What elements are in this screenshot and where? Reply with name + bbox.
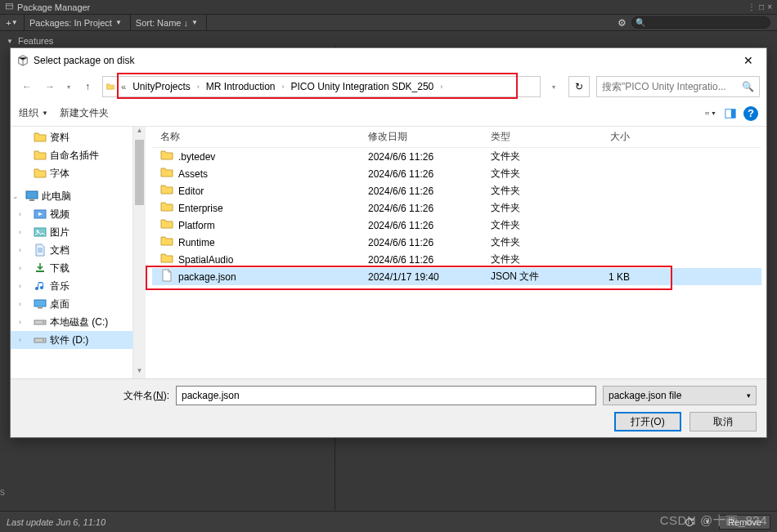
chevron-down-icon: ▾ [747,391,751,400]
file-type: 文件夹 [483,167,581,181]
file-row[interactable]: SpatialAudio2024/6/6 11:26文件夹 [152,251,761,268]
svg-rect-1 [705,112,707,113]
tree-item[interactable]: 资料 [11,128,145,146]
file-date: 2024/6/6 11:26 [360,151,483,163]
search-icon: 🔍 [636,18,645,27]
tree-item[interactable]: ›下载 [11,259,145,277]
folder-icon [160,183,173,199]
pm-search-input[interactable]: 🔍 [631,16,770,29]
chevron-down-icon: ▼ [11,19,18,26]
tree-item[interactable]: ›音乐 [11,277,145,295]
tree-this-pc[interactable]: ⌄ 此电脑 [11,187,145,205]
tree-label: 本地磁盘 (C:) [50,315,108,329]
dialog-body: 资料自命名插件字体 ⌄ 此电脑 ›视频›图片›文档›下载›音乐›桌面›本地磁盘 … [11,127,766,378]
arrow-left-icon: ← [22,81,32,92]
close-button[interactable]: ✕ [730,48,766,73]
new-folder-button[interactable]: 新建文件夹 [60,106,109,120]
address-bar[interactable]: « UnityProjects › MR Introduction › PICO… [102,76,541,97]
file-date: 2024/6/6 11:26 [360,203,483,214]
col-name[interactable]: 名称 [152,130,360,144]
preview-pane-button[interactable] [724,107,737,120]
tree-item[interactable]: ›桌面 [11,295,145,313]
refresh-button[interactable]: ↻ [568,76,590,97]
refresh-icon[interactable] [683,516,696,529]
expander-icon[interactable]: › [19,264,21,272]
dock-icon[interactable]: ⋮ [748,2,756,11]
tree-item[interactable]: 字体 [11,164,145,182]
scroll-thumb[interactable] [135,140,144,205]
videos-icon [34,208,47,221]
add-package-button[interactable]: + ▼ [0,15,25,30]
sort-dropdown[interactable]: Sort: Name ↓ ▼ [131,15,207,30]
expander-icon[interactable]: › [19,228,21,236]
file-type: JSON 文件 [483,270,581,284]
open-button[interactable]: 打开(O) [614,412,681,431]
breadcrumb-seg[interactable]: UnityProjects [129,77,194,96]
expander-icon[interactable]: › [19,336,21,344]
view-options-button[interactable]: ▼ [704,107,717,120]
dock-icon[interactable]: □ [759,2,764,11]
tree-item[interactable]: 自命名插件 [11,146,145,164]
svg-rect-3 [705,114,707,114]
cancel-button[interactable]: 取消 [689,412,757,431]
tree-item[interactable]: ›文档 [11,241,145,259]
file-row[interactable]: .bytedev2024/6/6 11:26文件夹 [152,148,761,165]
tree-item[interactable]: ›图片 [11,223,145,241]
expander-icon[interactable]: › [19,300,21,308]
tree-scrollbar[interactable]: ▲ ▼ [132,127,146,378]
search-input[interactable]: 搜索"PICO Unity Integratio... 🔍 [596,76,760,97]
col-date[interactable]: 修改日期 [360,130,483,144]
file-list: 名称 修改日期 类型 大小 .bytedev2024/6/6 11:26文件夹A… [146,127,766,378]
nav-up-button[interactable]: ↑ [78,77,97,96]
tree-item[interactable]: ›本地磁盘 (C:) [11,313,145,331]
nav-history-button[interactable]: ▾ [63,77,74,96]
address-history-button[interactable]: ▾ [546,83,562,91]
svg-rect-6 [707,114,709,114]
svg-rect-10 [29,199,34,201]
nav-back-button[interactable]: ← [17,77,37,96]
filename-input[interactable] [176,386,596,405]
expander-icon[interactable]: › [19,282,21,290]
organize-dropdown[interactable]: 组织 ▼ [19,106,48,120]
chevron-right-icon[interactable]: › [279,83,288,91]
file-type-filter[interactable]: package.json file ▾ [603,386,757,405]
expander-icon[interactable]: ⌄ [12,192,19,200]
breadcrumb-overflow[interactable]: « [118,82,129,92]
expander-icon[interactable]: › [19,246,21,254]
help-button[interactable]: ? [743,106,758,121]
remove-button[interactable]: Remove [719,515,770,530]
chevron-down-icon[interactable]: ▼ [701,516,714,529]
nav-tree: 资料自命名插件字体 ⌄ 此电脑 ›视频›图片›文档›下载›音乐›桌面›本地磁盘 … [11,127,146,378]
tree-item[interactable]: ›软件 (D:) [11,331,145,349]
file-row[interactable]: Assets2024/6/6 11:26文件夹 [152,165,761,182]
expander-icon[interactable]: › [19,210,21,218]
breadcrumb-seg[interactable]: PICO Unity Integration SDK_250 [288,77,438,96]
file-size: 1 KB [581,271,638,283]
file-type: 文件夹 [483,253,581,266]
file-name: Platform [178,220,215,231]
col-size[interactable]: 大小 [581,130,638,144]
svg-rect-15 [34,300,46,306]
file-row[interactable]: Enterprise2024/6/6 11:26文件夹 [152,199,761,217]
chevron-right-icon[interactable]: › [194,83,203,91]
tree-item[interactable]: ›视频 [11,205,145,223]
file-row[interactable]: Runtime2024/6/6 11:26文件夹 [152,234,761,251]
chevron-down-icon: ▼ [42,110,48,117]
breadcrumb-seg[interactable]: MR Introduction [203,77,279,96]
file-row[interactable]: Platform2024/6/6 11:26文件夹 [152,217,761,234]
documents-icon [34,244,47,257]
packages-filter-dropdown[interactable]: Packages: In Project ▼ [25,15,131,30]
file-row[interactable]: Editor2024/6/6 11:26文件夹 [152,182,761,199]
scroll-up-icon[interactable]: ▲ [133,127,146,138]
chevron-down-icon[interactable]: ▼ [7,38,13,45]
gear-icon[interactable]: ⚙ [618,17,627,29]
chevron-right-icon[interactable]: › [437,83,446,91]
file-name: package.json [178,271,236,283]
pm-tab-title: Package Manager [17,2,90,12]
scroll-down-icon[interactable]: ▼ [133,367,146,378]
pm-tab[interactable]: Package Manager [0,0,98,14]
file-row[interactable]: package.json2024/1/17 19:40JSON 文件1 KB [152,268,761,285]
dock-icon[interactable]: × [767,2,772,11]
col-type[interactable]: 类型 [483,130,581,144]
expander-icon[interactable]: › [19,318,21,326]
